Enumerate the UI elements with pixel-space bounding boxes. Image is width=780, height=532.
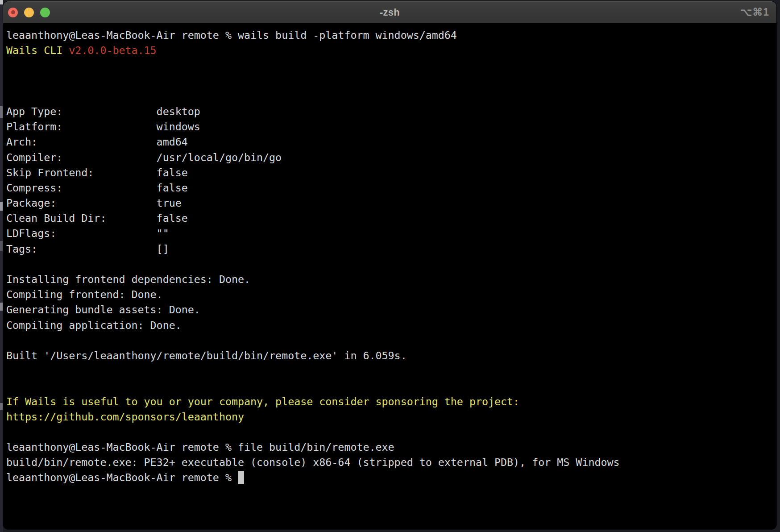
terminal-line: Skip Frontend: false <box>6 165 774 180</box>
terminal-text-segment: Tags: [] <box>6 243 169 255</box>
window-title: -zsh <box>3 7 776 18</box>
background-window-edge <box>0 0 3 532</box>
terminal-text-segment: Arch: amd64 <box>6 136 188 148</box>
terminal-text-segment: build/bin/remote.exe: PE32+ executable (… <box>6 456 620 468</box>
terminal-line: Clean Build Dir: false <box>6 211 774 226</box>
terminal-line <box>6 74 774 89</box>
unsaved-changes-dot-icon <box>11 10 15 14</box>
background-fragment <box>0 202 3 211</box>
terminal-text-segment: Package: true <box>6 197 182 209</box>
terminal-text-segment: Built '/Users/leaanthony/remote/build/bi… <box>6 349 407 362</box>
terminal-line: Wails CLI v2.0.0-beta.15 <box>6 43 774 58</box>
minimize-button[interactable] <box>24 8 34 17</box>
terminal-line: LDFlags: "" <box>6 226 774 241</box>
terminal-text-segment: Compress: false <box>6 182 188 194</box>
background-fragment <box>0 241 3 251</box>
terminal-line <box>6 333 774 348</box>
background-fragment <box>0 0 3 4</box>
terminal-text-segment: Platform: windows <box>6 121 200 133</box>
terminal-line: leaanthony@Leas-MacBook-Air remote % fil… <box>6 440 774 455</box>
terminal-text-segment: Clean Build Dir: false <box>6 212 188 224</box>
terminal-text-segment: v2.0.0-beta.15 <box>69 44 156 56</box>
terminal-cursor <box>238 471 244 484</box>
terminal-line: https://github.com/sponsors/leaanthony <box>6 409 774 424</box>
terminal-text-segment: App Type: desktop <box>6 105 200 117</box>
terminal-line <box>6 257 774 272</box>
terminal-line: Compiler: /usr/local/go/bin/go <box>6 150 774 165</box>
terminal-text-segment: Generating bundle assets: Done. <box>6 303 200 316</box>
terminal-line: Installing frontend dependencies: Done. <box>6 272 774 287</box>
terminal-line: App Type: desktop <box>6 104 774 119</box>
terminal-text-segment: LDFlags: "" <box>6 227 169 239</box>
terminal-line: Generating bundle assets: Done. <box>6 302 774 317</box>
terminal-text-segment: leaanthony@Leas-MacBook-Air remote % fil… <box>6 441 394 453</box>
terminal-text-segment: https://github.com/sponsors/leaanthony <box>6 411 244 423</box>
terminal-text-segment: Compiler: /usr/local/go/bin/go <box>6 151 282 163</box>
tab-shortcut-hint: ⌥⌘1 <box>740 1 769 23</box>
background-fragment <box>0 106 3 118</box>
terminal-line: build/bin/remote.exe: PE32+ executable (… <box>6 455 774 470</box>
close-button[interactable] <box>8 8 18 17</box>
terminal-text-segment: If Wails is useful to you or your compan… <box>6 395 519 407</box>
background-fragment <box>0 403 3 410</box>
terminal-line: If Wails is useful to you or your compan… <box>6 394 774 409</box>
terminal-line: Compress: false <box>6 180 774 195</box>
terminal-line <box>6 424 774 440</box>
terminal-line: leaanthony@Leas-MacBook-Air remote % <box>6 470 774 485</box>
terminal-line: Compiling frontend: Done. <box>6 287 774 302</box>
terminal-text-segment: Compiling frontend: Done. <box>6 288 163 300</box>
traffic-lights <box>3 8 50 17</box>
terminal-line: Built '/Users/leaanthony/remote/build/bi… <box>6 348 774 363</box>
terminal-text-segment: Installing frontend dependencies: Done. <box>6 273 250 285</box>
background-fragment <box>0 303 3 311</box>
terminal-line: Platform: windows <box>6 119 774 134</box>
terminal-text-segment: Skip Frontend: false <box>6 166 188 179</box>
window-titlebar[interactable]: -zsh ⌥⌘1 <box>3 1 776 23</box>
terminal-text-segment: leaanthony@Leas-MacBook-Air remote % wai… <box>6 29 457 41</box>
terminal-line: Package: true <box>6 195 774 211</box>
terminal-window: -zsh ⌥⌘1 leaanthony@Leas-MacBook-Air rem… <box>3 1 776 529</box>
zoom-button[interactable] <box>40 8 50 17</box>
terminal-text-segment: Compiling application: Done. <box>6 319 182 331</box>
terminal-text-segment: Wails CLI <box>6 44 69 56</box>
terminal-line: Compiling application: Done. <box>6 318 774 333</box>
terminal-line <box>6 58 774 73</box>
terminal-output[interactable]: leaanthony@Leas-MacBook-Air remote % wai… <box>3 23 776 486</box>
terminal-line: leaanthony@Leas-MacBook-Air remote % wai… <box>6 28 774 43</box>
terminal-line <box>6 89 774 104</box>
terminal-line <box>6 363 774 378</box>
terminal-line <box>6 378 774 394</box>
terminal-line: Arch: amd64 <box>6 134 774 150</box>
terminal-text-segment: leaanthony@Leas-MacBook-Air remote % <box>6 471 238 483</box>
terminal-line: Tags: [] <box>6 241 774 257</box>
